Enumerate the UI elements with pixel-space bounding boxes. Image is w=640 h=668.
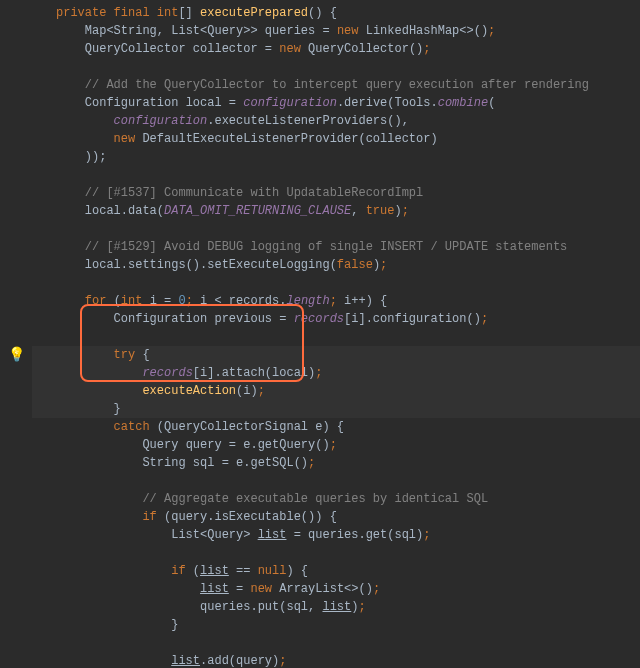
code-line[interactable] [32,274,640,292]
code-line[interactable]: new DefaultExecuteListenerProvider(colle… [32,130,640,148]
code-line[interactable] [32,328,640,346]
code-line[interactable]: // [#1537] Communicate with UpdatableRec… [32,184,640,202]
code-line[interactable]: Query query = e.getQuery(); [32,436,640,454]
code-line[interactable]: Map<String, List<Query>> queries = new L… [32,22,640,40]
code-line[interactable] [32,58,640,76]
gutter: 💡 [0,0,32,668]
code-line[interactable]: local.settings().setExecuteLogging(false… [32,256,640,274]
code-line[interactable]: Configuration local = configuration.deri… [32,94,640,112]
code-line[interactable]: list.add(query); [32,652,640,668]
code-line[interactable]: local.data(DATA_OMIT_RETURNING_CLAUSE, t… [32,202,640,220]
code-line[interactable]: catch (QueryCollectorSignal e) { [32,418,640,436]
code-line[interactable]: // Add the QueryCollector to intercept q… [32,76,640,94]
code-line[interactable]: } [32,616,640,634]
code-line[interactable]: QueryCollector collector = new QueryColl… [32,40,640,58]
code-line[interactable]: Configuration previous = records[i].conf… [32,310,640,328]
code-line[interactable] [32,166,640,184]
code-line[interactable]: // [#1529] Avoid DEBUG logging of single… [32,238,640,256]
code-line[interactable]: try { [32,346,640,364]
code-editor: 💡 private final int[] executePrepared() … [0,0,640,668]
code-line[interactable] [32,220,640,238]
code-line[interactable]: records[i].attach(local); [32,364,640,382]
code-line[interactable] [32,544,640,562]
code-line[interactable]: queries.put(sql, list); [32,598,640,616]
code-line[interactable]: if (query.isExecutable()) { [32,508,640,526]
code-line[interactable]: if (list == null) { [32,562,640,580]
code-line[interactable] [32,634,640,652]
code-line[interactable]: )); [32,148,640,166]
code-line[interactable]: // Aggregate executable queries by ident… [32,490,640,508]
code-line[interactable]: private final int[] executePrepared() { [32,4,640,22]
code-line[interactable]: configuration.executeListenerProviders()… [32,112,640,130]
code-line[interactable]: list = new ArrayList<>(); [32,580,640,598]
code-line[interactable]: List<Query> list = queries.get(sql); [32,526,640,544]
code-line[interactable]: String sql = e.getSQL(); [32,454,640,472]
code-line[interactable]: for (int i = 0; i < records.length; i++)… [32,292,640,310]
code-area[interactable]: private final int[] executePrepared() { … [32,0,640,668]
code-line[interactable] [32,472,640,490]
code-line[interactable]: } [32,400,640,418]
intention-bulb-icon[interactable]: 💡 [8,346,25,364]
code-line[interactable]: executeAction(i); [32,382,640,400]
